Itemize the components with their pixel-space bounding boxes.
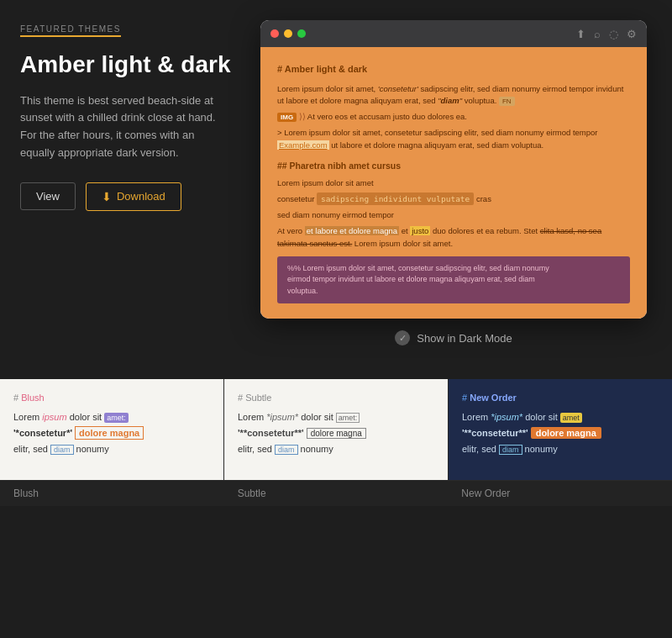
theme-card-subtle[interactable]: # Subtle Lorem *ipsum* dolor sit amet: '… [224, 379, 449, 480]
preview-p7: At vero et labore et dolore magna et jus… [277, 225, 630, 250]
preview-blockquote: %% Lorem ipsum dolor sit amet, consetetu… [277, 256, 630, 304]
view-button[interactable]: View [20, 182, 76, 210]
zoom-icon: ⌕ [594, 28, 601, 40]
left-panel: FEATURED THEMES Amber light & dark This … [0, 20, 252, 345]
preview-p6: sed diam nonumy eirmod tempor [277, 209, 630, 221]
theme-card-neworder[interactable]: # New Order Lorem *ipsum* dolor sit amet… [449, 379, 672, 480]
theme-labels: Blush Subtle New Order [0, 480, 672, 506]
browser-toolbar: ⬆ ⌕ ◌ ⚙ [260, 20, 647, 47]
bottom-section: # Blush Lorem ipsum dolor sit amet: '*co… [0, 345, 672, 506]
browser-preview: ⬆ ⌕ ◌ ⚙ # Amber light & dark Lorem ipsum… [260, 20, 647, 319]
subtle-preview: Lorem *ipsum* dolor sit amet: '**consete… [238, 409, 434, 456]
top-section: FEATURED THEMES Amber light & dark This … [0, 0, 672, 345]
preview-h1: # Amber light & dark [277, 62, 630, 76]
download-button[interactable]: ⬇ Download [86, 182, 181, 211]
subtle-card-title: # Subtle [238, 393, 434, 403]
traffic-light-green [297, 29, 306, 38]
blush-preview: Lorem ipsum dolor sit amet: '*consetetur… [13, 409, 210, 456]
neworder-card-title: # New Order [462, 393, 659, 403]
preview-p1: Lorem ipsum dolor sit amet, 'consetetur'… [277, 83, 630, 108]
action-buttons: View ⬇ Download [20, 182, 232, 211]
preview-content: # Amber light & dark Lorem ipsum dolor s… [260, 47, 647, 319]
subtle-label: Subtle [224, 480, 449, 506]
theme-description: This theme is best served beach-side at … [20, 92, 232, 162]
right-panel: ⬆ ⌕ ◌ ⚙ # Amber light & dark Lorem ipsum… [252, 20, 672, 345]
help-icon: ◌ [609, 28, 618, 40]
blush-card-title: # Blush [13, 393, 210, 403]
featured-label: FEATURED THEMES [20, 24, 121, 37]
preview-h2: ## Pharetra nibh amet cursus [277, 160, 630, 173]
theme-card-blush[interactable]: # Blush Lorem ipsum dolor sit amet: '*co… [0, 379, 224, 480]
settings-icon: ⚙ [627, 28, 637, 40]
preview-p5: consetetur sadipscing individunt vulputa… [277, 193, 630, 205]
check-icon: ✓ [395, 330, 410, 345]
download-icon: ⬇ [102, 190, 112, 203]
neworder-label: New Order [448, 480, 672, 506]
neworder-preview: Lorem *ipsum* dolor sit amet '**consetet… [462, 409, 659, 456]
dark-mode-toggle[interactable]: ✓ Show in Dark Mode [395, 330, 512, 345]
toolbar-icons: ⬆ ⌕ ◌ ⚙ [576, 28, 637, 40]
themes-grid: # Blush Lorem ipsum dolor sit amet: '*co… [0, 379, 672, 480]
preview-p3: > Lorem ipsum dolor sit amet, consetetur… [277, 127, 630, 151]
traffic-light-yellow [284, 29, 292, 38]
preview-p2: IMG ⟩⟩ At vero eos et accusam justo duo … [277, 111, 630, 123]
page-title: Amber light & dark [20, 50, 232, 79]
share-icon: ⬆ [576, 28, 585, 40]
blush-label: Blush [0, 480, 224, 506]
preview-p4: Lorem ipsum dolor sit amet [277, 177, 630, 189]
traffic-light-red [270, 29, 279, 38]
